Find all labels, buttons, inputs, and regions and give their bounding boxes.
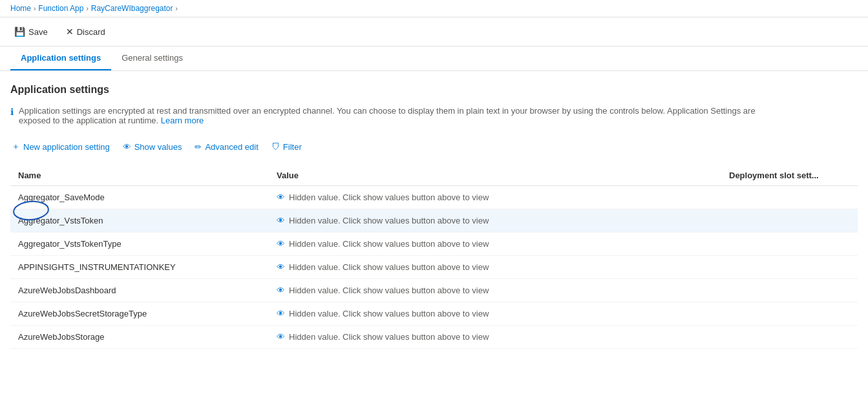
- deployment-slot-setting: [721, 186, 858, 209]
- hidden-eye-icon: 👁: [277, 286, 285, 295]
- advanced-edit-label: Advanced edit: [205, 142, 258, 152]
- hidden-eye-icon: 👁: [277, 192, 285, 202]
- table-row[interactable]: Aggregator_VstsToken👁Hidden value. Click…: [10, 209, 858, 233]
- breadcrumb-sep-1: ›: [34, 5, 36, 12]
- info-text: Application settings are encrypted at re…: [19, 106, 786, 125]
- eye-icon: 👁: [123, 142, 131, 152]
- hidden-value-text: Hidden value. Click show values button a…: [289, 216, 489, 225]
- hidden-value-text: Hidden value. Click show values button a…: [289, 309, 489, 318]
- deployment-slot-setting: [721, 326, 858, 349]
- info-icon: ℹ: [10, 107, 14, 117]
- learn-more-link[interactable]: Learn more: [161, 116, 204, 125]
- table-row[interactable]: Aggregator_VstsTokenType👁Hidden value. C…: [10, 233, 858, 256]
- show-values-button[interactable]: 👁 Show values: [122, 140, 184, 154]
- toolbar: 💾 Save ✕ Discard: [0, 17, 868, 47]
- setting-value: 👁Hidden value. Click show values button …: [269, 256, 721, 279]
- breadcrumb-function-app[interactable]: Function App: [38, 4, 83, 13]
- hidden-value-text: Hidden value. Click show values button a…: [289, 262, 489, 272]
- col-header-name: Name: [10, 165, 269, 186]
- setting-name: Aggregator_VstsTokenType: [10, 233, 269, 256]
- content-area: Application settings ℹ Application setti…: [0, 71, 868, 362]
- action-bar: ＋ New application setting 👁 Show values …: [10, 138, 858, 155]
- setting-name: Aggregator_SaveMode: [10, 186, 269, 209]
- setting-name: Aggregator_VstsToken: [10, 209, 269, 233]
- setting-value: 👁Hidden value. Click show values button …: [269, 279, 721, 302]
- discard-icon: ✕: [66, 26, 74, 37]
- table-row[interactable]: AzureWebJobsDashboard👁Hidden value. Clic…: [10, 279, 858, 302]
- new-application-setting-button[interactable]: ＋ New application setting: [10, 138, 111, 155]
- filter-button[interactable]: ⛉ Filter: [270, 140, 303, 154]
- hidden-eye-icon: 👁: [277, 239, 285, 249]
- setting-name: APPINSIGHTS_INSTRUMENTATIONKEY: [10, 256, 269, 279]
- setting-value: 👁Hidden value. Click show values button …: [269, 326, 721, 349]
- hidden-value-text: Hidden value. Click show values button a…: [289, 332, 489, 342]
- tab-application-settings[interactable]: Application settings: [10, 47, 111, 70]
- breadcrumb: Home › Function App › RayCareWIbaggregat…: [0, 0, 868, 17]
- hidden-eye-icon: 👁: [277, 216, 285, 225]
- save-button[interactable]: 💾 Save: [10, 24, 52, 39]
- deployment-slot-setting: [721, 256, 858, 279]
- hidden-eye-icon: 👁: [277, 332, 285, 342]
- col-header-value: Value: [269, 165, 721, 186]
- setting-value: 👁Hidden value. Click show values button …: [269, 186, 721, 209]
- table-header: Name Value Deployment slot sett...: [10, 165, 858, 186]
- new-setting-label: New application setting: [23, 142, 110, 152]
- advanced-edit-button[interactable]: ✏ Advanced edit: [193, 140, 259, 154]
- setting-value: 👁Hidden value. Click show values button …: [269, 233, 721, 256]
- table-row[interactable]: AzureWebJobsStorage👁Hidden value. Click …: [10, 326, 858, 349]
- add-icon: ＋: [12, 141, 20, 152]
- breadcrumb-home[interactable]: Home: [10, 4, 31, 13]
- discard-label: Discard: [77, 27, 105, 37]
- hidden-value-text: Hidden value. Click show values button a…: [289, 286, 489, 295]
- save-label: Save: [28, 27, 48, 37]
- setting-value: 👁Hidden value. Click show values button …: [269, 302, 721, 326]
- setting-name: AzureWebJobsDashboard: [10, 279, 269, 302]
- setting-name: AzureWebJobsStorage: [10, 326, 269, 349]
- table-body: Aggregator_SaveMode👁Hidden value. Click …: [10, 186, 858, 349]
- hidden-value-text: Hidden value. Click show values button a…: [289, 192, 489, 202]
- table-row[interactable]: AzureWebJobsSecretStorageType👁Hidden val…: [10, 302, 858, 326]
- hidden-value-text: Hidden value. Click show values button a…: [289, 239, 489, 249]
- hidden-eye-icon: 👁: [277, 309, 285, 318]
- edit-icon: ✏: [195, 142, 202, 152]
- save-icon: 💾: [14, 26, 25, 37]
- deployment-slot-setting: [721, 279, 858, 302]
- tabs: Application settings General settings: [0, 47, 868, 71]
- setting-value: 👁Hidden value. Click show values button …: [269, 209, 721, 233]
- col-header-deploy: Deployment slot sett...: [721, 165, 858, 186]
- breadcrumb-resource[interactable]: RayCareWIbaggregator: [91, 4, 173, 13]
- show-values-label: Show values: [134, 142, 182, 152]
- page-title: Application settings: [10, 84, 858, 96]
- table-row[interactable]: Aggregator_SaveMode👁Hidden value. Click …: [10, 186, 858, 209]
- settings-table-wrapper: Name Value Deployment slot sett... Aggre…: [10, 165, 858, 349]
- table-row[interactable]: APPINSIGHTS_INSTRUMENTATIONKEY👁Hidden va…: [10, 256, 858, 279]
- tab-general-settings[interactable]: General settings: [111, 47, 193, 70]
- discard-button[interactable]: ✕ Discard: [62, 24, 109, 39]
- hidden-eye-icon: 👁: [277, 262, 285, 272]
- settings-table: Name Value Deployment slot sett... Aggre…: [10, 165, 858, 349]
- breadcrumb-sep-3: ›: [176, 5, 178, 12]
- deployment-slot-setting: [721, 209, 858, 233]
- filter-label: Filter: [283, 142, 302, 152]
- info-box: ℹ Application settings are encrypted at …: [10, 106, 786, 125]
- breadcrumb-sep-2: ›: [86, 5, 88, 12]
- setting-name: AzureWebJobsSecretStorageType: [10, 302, 269, 326]
- deployment-slot-setting: [721, 233, 858, 256]
- filter-icon: ⛉: [271, 142, 280, 152]
- deployment-slot-setting: [721, 302, 858, 326]
